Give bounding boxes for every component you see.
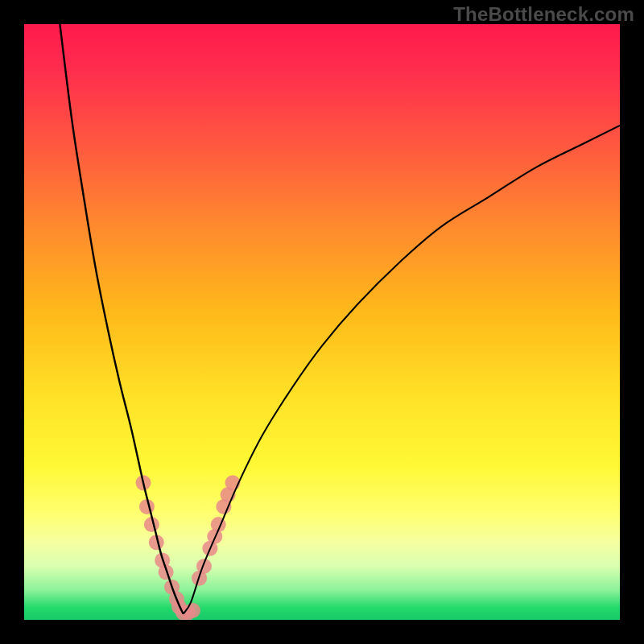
highlight-dot [175, 605, 191, 620]
highlight-dot [155, 553, 170, 568]
highlight-dot [192, 571, 207, 586]
highlight-dot [169, 592, 184, 607]
chart-frame: TheBottleneck.com [0, 0, 644, 644]
highlight-dot [221, 487, 236, 502]
highlight-dot [136, 475, 151, 490]
highlight-dot [196, 559, 212, 574]
highlight-dot [180, 605, 196, 620]
plot-area [24, 24, 620, 620]
highlight-dot [225, 475, 241, 490]
right-curve [184, 126, 620, 614]
left-curve [60, 24, 183, 614]
highlight-dot [159, 564, 174, 580]
highlight-dot [185, 603, 200, 618]
highlight-dot [211, 517, 226, 532]
highlight-dot [144, 517, 159, 532]
highlight-dot [207, 529, 222, 544]
highlight-dot [139, 499, 155, 514]
watermark-text: TheBottleneck.com [453, 3, 634, 26]
highlight-dot [149, 535, 164, 550]
highlight-dot [164, 580, 180, 595]
highlight-dot [216, 499, 231, 514]
highlight-dot [202, 541, 217, 556]
highlight-dots [136, 475, 241, 620]
curve-layer [24, 24, 620, 620]
highlight-dot [171, 599, 187, 614]
